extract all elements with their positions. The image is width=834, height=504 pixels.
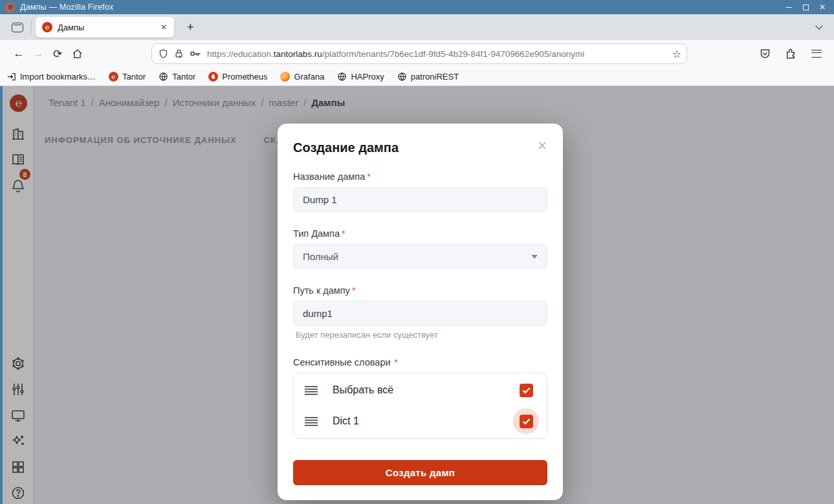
bookmark-label: HAProxy [351, 72, 384, 82]
dict-label: Dict 1 [333, 415, 513, 427]
dict1-checkbox-wrap [513, 408, 539, 434]
tab-favicon: ℮ [42, 22, 52, 32]
dicts-field-label: Сенситивные словари* [293, 357, 547, 367]
close-window-button[interactable]: ✕ [817, 2, 828, 12]
hamburger-icon [811, 50, 822, 58]
check-icon [522, 387, 531, 394]
dump-type-value: Полный [303, 251, 338, 262]
bookmark-label: Prometheus [222, 72, 267, 82]
dict-row-dict1[interactable]: Dict 1 [294, 406, 547, 437]
modal-title: Создание дампа [293, 140, 547, 155]
browser-tab-active[interactable]: ℮ Дампы ✕ [36, 17, 174, 38]
browser-navbar: ← → ⟳ https://education.tantorlabs.ru/pl… [0, 40, 834, 67]
maximize-icon [803, 5, 809, 10]
list-all-tabs-button[interactable] [812, 20, 826, 34]
reload-button[interactable]: ⟳ [48, 44, 67, 63]
bookmark-patronirest[interactable]: patroniREST [397, 72, 459, 82]
tab-close-button[interactable]: ✕ [159, 21, 169, 34]
name-field-label: Название дампа* [293, 171, 547, 182]
path-helper-text: Будет перезаписан если существует [296, 330, 547, 340]
pocket-icon [759, 48, 771, 60]
tab-divider [31, 20, 32, 34]
dump-type-select[interactable]: Полный [293, 244, 547, 269]
required-mark: * [352, 285, 356, 296]
menu-button[interactable] [808, 45, 825, 62]
select-all-checkbox[interactable] [520, 384, 533, 397]
bookmark-label: Tantor [122, 72, 146, 82]
drag-handle-icon[interactable] [304, 417, 318, 426]
dict1-checkbox[interactable] [520, 415, 533, 428]
key-icon[interactable] [190, 49, 201, 58]
firefox-view-icon [12, 23, 23, 32]
url-path: /platform/tenants/7b6ec1df-9fd5-4b29-84f… [322, 49, 584, 59]
home-icon [72, 49, 83, 60]
select-all-checkbox-wrap [513, 377, 539, 403]
bookmark-tantor-2[interactable]: Tantor [159, 72, 195, 82]
dict-row-select-all[interactable]: Выбрать всё [294, 375, 547, 406]
tantor-icon: ℮ [109, 72, 118, 82]
window-title: Дампы — Mozilla Firefox [20, 3, 113, 12]
bookmark-prometheus[interactable]: Prometheus [208, 72, 267, 82]
bookmark-label: Import bookmarks… [20, 72, 96, 82]
firefox-view-button[interactable] [8, 17, 27, 37]
globe-icon [337, 72, 347, 82]
home-button[interactable] [67, 44, 87, 63]
extensions-button[interactable] [782, 45, 799, 62]
bookmark-label: Tantor [172, 72, 195, 82]
create-dump-button[interactable]: Создать дамп [293, 460, 547, 485]
back-button[interactable]: ← [9, 44, 28, 63]
forward-button[interactable]: → [28, 44, 48, 63]
dict-label: Выбрать всё [333, 384, 513, 396]
check-icon [522, 418, 531, 425]
maximize-button[interactable] [800, 2, 811, 12]
minimize-button[interactable] [784, 2, 794, 12]
lock-warning-icon[interactable] [174, 49, 184, 59]
dictionaries-list: Выбрать всё Dict 1 [293, 373, 547, 439]
bookmark-tantor[interactable]: ℮ Tantor [109, 72, 146, 82]
required-mark: * [342, 228, 346, 239]
bookmark-label: patroniREST [411, 72, 459, 82]
bookmark-import[interactable]: Import bookmarks… [6, 72, 96, 82]
create-dump-modal: Создание дампа ✕ Название дампа* Тип Дам… [278, 124, 563, 500]
browser-tabbar: ℮ Дампы ✕ + [0, 14, 834, 40]
bookmark-haproxy[interactable]: HAProxy [337, 72, 384, 82]
window-titlebar: Дампы — Mozilla Firefox ✕ [0, 0, 834, 14]
bookmarks-bar: Import bookmarks… ℮ Tantor Tantor Promet… [0, 67, 834, 86]
url-text[interactable]: https://education.tantorlabs.ru/platform… [207, 49, 667, 59]
prometheus-icon [208, 72, 218, 82]
path-field-label: Путь к дампу* [293, 285, 547, 296]
grafana-icon [280, 72, 290, 82]
dump-path-input[interactable] [293, 301, 547, 326]
globe-icon [397, 72, 407, 82]
modal-close-button[interactable]: ✕ [534, 138, 550, 153]
minimize-icon [786, 7, 792, 8]
url-bar[interactable]: https://education.tantorlabs.ru/platform… [151, 43, 687, 64]
shield-icon[interactable] [159, 49, 168, 59]
puzzle-icon [785, 48, 796, 60]
pocket-button[interactable] [756, 45, 773, 62]
bookmark-label: Grafana [294, 72, 324, 82]
drag-handle-icon[interactable] [304, 386, 318, 395]
globe-icon [159, 72, 168, 82]
chevron-down-icon [815, 22, 822, 29]
bookmark-grafana[interactable]: Grafana [280, 72, 324, 82]
url-domain: tantorlabs.ru [274, 49, 322, 59]
type-field-label: Тип Дампа* [293, 228, 547, 239]
firefox-icon [5, 3, 15, 12]
dump-name-input[interactable] [293, 187, 547, 212]
required-mark: * [367, 171, 371, 182]
new-tab-button[interactable]: + [183, 19, 198, 36]
bookmark-star-button[interactable]: ☆ [672, 48, 681, 60]
select-arrow-icon [531, 255, 538, 259]
required-mark: * [395, 357, 399, 367]
tab-title: Дампы [58, 23, 159, 32]
import-icon [6, 72, 16, 82]
url-scheme: https://education. [207, 49, 274, 59]
